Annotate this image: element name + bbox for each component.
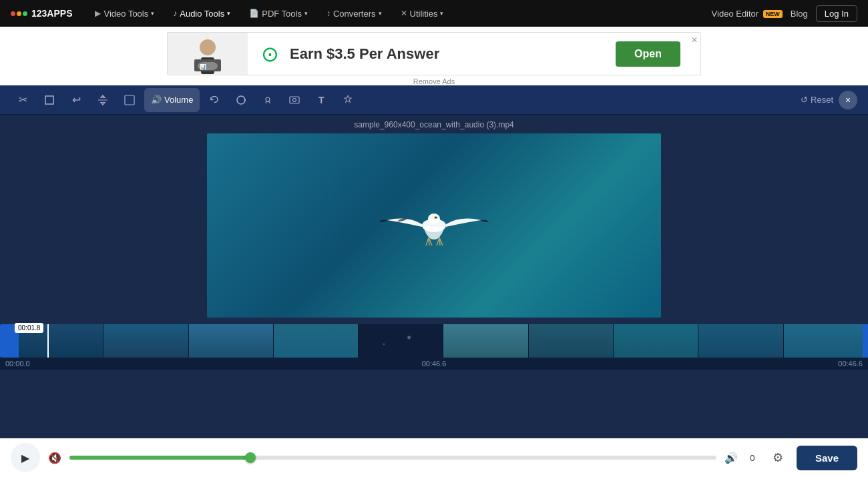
nav-right: Video Editor NEW Blog Log In: [712, 5, 857, 22]
ad-content: ⊙ Earn $3.5 Per Answer Open: [248, 41, 700, 67]
svg-rect-8: [290, 97, 299, 103]
svg-text:📊: 📊: [200, 63, 206, 70]
video-preview: [207, 133, 661, 318]
time-end-label: 00:46.6: [833, 360, 868, 368]
progress-thumb[interactable]: [245, 452, 256, 463]
stabilize-icon: [262, 94, 274, 106]
ad-container: ✕ 📊 ⊙ Earn $3.5 Per Answer Open: [167, 32, 701, 75]
new-badge: NEW: [763, 10, 783, 18]
reset-label: Reset: [811, 95, 833, 105]
remove-ads-link[interactable]: Remove Ads: [413, 77, 455, 85]
timeline-segment: [698, 324, 783, 358]
timeline-segment: [529, 324, 614, 358]
editor-main: sample_960x400_ocean_with_audio (3).mp4: [0, 115, 868, 370]
timeline-segment: [784, 324, 868, 358]
crop-icon: [43, 94, 55, 106]
utilities-icon: ✕: [401, 9, 407, 18]
undo-tool-button[interactable]: [202, 88, 226, 112]
timeline-track[interactable]: [0, 324, 868, 358]
loop-tool-button[interactable]: [229, 88, 253, 112]
subtitle-tool-button[interactable]: T: [309, 88, 333, 112]
video-editor-label: Video Editor: [712, 9, 759, 19]
logo-dot-red: [11, 11, 15, 16]
svg-rect-6: [125, 95, 134, 105]
undo-icon: [208, 94, 220, 106]
timeline-right-handle[interactable]: [863, 324, 868, 358]
converters-icon: ↕: [327, 9, 331, 18]
crop-tool-button[interactable]: [37, 88, 61, 112]
screenshot-tool-button[interactable]: [282, 88, 306, 112]
ad-person-illustration: 📊: [181, 34, 234, 74]
chevron-down-icon-util: ▾: [440, 10, 443, 17]
settings-button[interactable]: ⚙: [767, 447, 789, 468]
flip-icon: [97, 94, 109, 106]
video-editor-link[interactable]: Video Editor NEW: [712, 9, 783, 19]
playhead: [47, 324, 49, 358]
video-frame: [207, 133, 661, 318]
progress-bar[interactable]: [69, 456, 716, 460]
filename-label: sample_960x400_ocean_with_audio (3).mp4: [354, 120, 514, 129]
volume-mute-icon[interactable]: 🔇: [48, 452, 61, 464]
reset-button[interactable]: ↺ Reset: [801, 95, 833, 105]
ad-banner: ✕ 📊 ⊙ Earn $3.5 Per Answer Open Remove A…: [0, 27, 868, 85]
chevron-down-icon-pdf: ▾: [304, 10, 308, 17]
timeline-segment: [443, 324, 528, 358]
login-button[interactable]: Log In: [816, 5, 857, 22]
logo[interactable]: 123APPS: [11, 8, 72, 19]
logo-dots: [11, 11, 27, 16]
nav-utilities-label: Utilities: [410, 9, 438, 19]
time-start-label: 00:00.0: [0, 360, 35, 368]
seabird-illustration: [367, 172, 501, 279]
nav-video-tools[interactable]: ▶ Video Tools ▾: [88, 0, 161, 27]
timeline-segment: [614, 324, 698, 358]
volume-tool-button[interactable]: 🔊 Volume: [144, 88, 200, 112]
blog-link[interactable]: Blog: [791, 9, 808, 19]
nav-audio-tools-label: Audio Tools: [180, 9, 224, 19]
current-time-marker: 00:01.8: [15, 323, 43, 333]
ad-logo-icon: ⊙: [261, 41, 279, 67]
nav-converters[interactable]: ↕ Converters ▾: [320, 0, 389, 27]
svg-rect-5: [45, 96, 53, 104]
logo-dot-green: [23, 11, 27, 16]
volume-speaker-icon: 🔊: [151, 95, 162, 105]
timeline-segment: [359, 324, 443, 358]
ad-close-button[interactable]: ✕: [691, 35, 698, 45]
logo-text: 123APPS: [31, 8, 72, 19]
nav-converters-label: Converters: [333, 9, 376, 19]
flip-tool-button[interactable]: [91, 88, 115, 112]
play-button[interactable]: ▶: [11, 443, 40, 472]
screenshot-icon: [288, 94, 300, 106]
progress-fill: [69, 456, 250, 460]
ad-text: Earn $3.5 Per Answer: [290, 45, 439, 63]
editor-toolbar: ✂ ↩ 🔊 Volume: [0, 85, 868, 115]
loop-icon: [235, 94, 247, 106]
stabilize-tool-button[interactable]: [256, 88, 280, 112]
svg-point-1: [200, 39, 216, 55]
save-button[interactable]: Save: [797, 446, 857, 470]
close-editor-button[interactable]: ×: [839, 91, 857, 109]
volume-max-icon[interactable]: 🔊: [724, 452, 738, 464]
player-bar: ▶ 🔇 🔊 0 ⚙ Save: [0, 438, 868, 477]
resize-tool-button[interactable]: [118, 88, 142, 112]
svg-point-7: [266, 97, 270, 101]
play-icon: ▶: [21, 452, 29, 464]
svg-point-9: [293, 98, 296, 101]
chevron-down-icon-audio: ▾: [227, 10, 230, 17]
nav-audio-tools[interactable]: ♪ Audio Tools ▾: [166, 0, 237, 27]
nav-video-tools-label: Video Tools: [103, 9, 148, 19]
rotate-tool-button[interactable]: ↩: [64, 88, 88, 112]
nav-pdf-tools[interactable]: 📄 PDF Tools ▾: [242, 0, 314, 27]
timeline-thumbnails: [19, 324, 868, 358]
cut-tool-button[interactable]: ✂: [11, 88, 35, 112]
resize-icon: [124, 94, 136, 106]
reset-icon: ↺: [801, 95, 808, 105]
timeline-segment: [103, 324, 188, 358]
chevron-down-icon-conv: ▾: [379, 10, 382, 17]
svg-point-12: [435, 217, 437, 219]
timeline-segment: [189, 324, 274, 358]
ad-open-button[interactable]: Open: [616, 41, 680, 67]
nav-utilities[interactable]: ✕ Utilities ▾: [394, 0, 451, 27]
watermark-tool-button[interactable]: [336, 88, 360, 112]
chevron-down-icon: ▾: [151, 10, 154, 17]
timeline-segment: [274, 324, 359, 358]
